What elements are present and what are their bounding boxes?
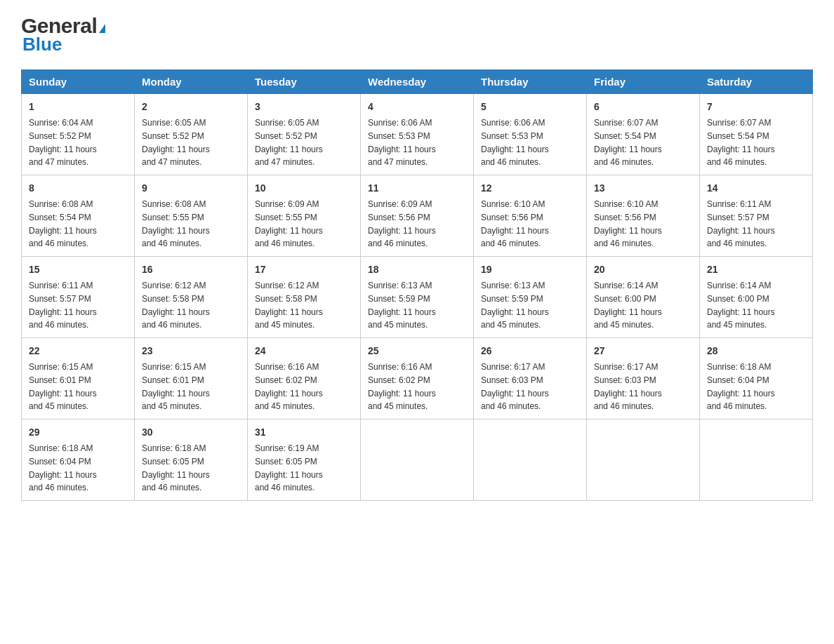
day-info: Sunrise: 6:09 AMSunset: 5:55 PMDaylight:… — [255, 199, 323, 248]
day-info: Sunrise: 6:10 AMSunset: 5:56 PMDaylight:… — [481, 199, 549, 248]
calendar-cell: 10 Sunrise: 6:09 AMSunset: 5:55 PMDaylig… — [248, 175, 361, 257]
calendar-cell: 2 Sunrise: 6:05 AMSunset: 5:52 PMDayligh… — [135, 94, 248, 175]
day-info: Sunrise: 6:07 AMSunset: 5:54 PMDaylight:… — [594, 118, 662, 167]
day-number: 13 — [594, 181, 692, 196]
calendar-cell: 8 Sunrise: 6:08 AMSunset: 5:54 PMDayligh… — [22, 175, 135, 257]
weekday-header-tuesday: Tuesday — [248, 70, 361, 94]
day-info: Sunrise: 6:06 AMSunset: 5:53 PMDaylight:… — [368, 118, 436, 167]
weekday-header-sunday: Sunday — [22, 70, 135, 94]
day-number: 7 — [707, 100, 805, 114]
day-info: Sunrise: 6:13 AMSunset: 5:59 PMDaylight:… — [481, 281, 549, 330]
day-info: Sunrise: 6:12 AMSunset: 5:58 PMDaylight:… — [142, 281, 210, 330]
day-number: 24 — [255, 344, 353, 358]
weekday-header-thursday: Thursday — [474, 70, 587, 94]
calendar-week-row: 15 Sunrise: 6:11 AMSunset: 5:57 PMDaylig… — [22, 257, 813, 338]
day-number: 10 — [255, 181, 353, 196]
day-number: 15 — [29, 262, 127, 277]
calendar-week-row: 22 Sunrise: 6:15 AMSunset: 6:01 PMDaylig… — [22, 338, 813, 420]
calendar-cell: 20 Sunrise: 6:14 AMSunset: 6:00 PMDaylig… — [587, 257, 700, 338]
day-info: Sunrise: 6:18 AMSunset: 6:04 PMDaylight:… — [29, 443, 97, 492]
day-number: 28 — [707, 344, 805, 358]
weekday-header-wednesday: Wednesday — [361, 70, 474, 94]
day-number: 23 — [142, 344, 240, 358]
calendar-table: SundayMondayTuesdayWednesdayThursdayFrid… — [21, 69, 813, 501]
calendar-cell: 3 Sunrise: 6:05 AMSunset: 5:52 PMDayligh… — [248, 94, 361, 175]
logo-blue-text: Blue — [22, 34, 62, 55]
calendar-cell: 18 Sunrise: 6:13 AMSunset: 5:59 PMDaylig… — [361, 257, 474, 338]
calendar-cell: 25 Sunrise: 6:16 AMSunset: 6:02 PMDaylig… — [361, 338, 474, 420]
weekday-header-row: SundayMondayTuesdayWednesdayThursdayFrid… — [22, 70, 813, 94]
day-number: 18 — [368, 262, 466, 277]
calendar-cell: 28 Sunrise: 6:18 AMSunset: 6:04 PMDaylig… — [700, 338, 813, 420]
day-number: 31 — [255, 425, 353, 440]
day-number: 17 — [255, 262, 353, 277]
day-number: 22 — [29, 344, 127, 358]
day-number: 8 — [29, 181, 127, 196]
calendar-cell: 17 Sunrise: 6:12 AMSunset: 5:58 PMDaylig… — [248, 257, 361, 338]
day-info: Sunrise: 6:14 AMSunset: 6:00 PMDaylight:… — [707, 281, 775, 330]
day-info: Sunrise: 6:08 AMSunset: 5:55 PMDaylight:… — [142, 199, 210, 248]
logo: General Blue — [21, 14, 105, 55]
day-number: 1 — [29, 100, 127, 114]
day-info: Sunrise: 6:06 AMSunset: 5:53 PMDaylight:… — [481, 118, 549, 167]
day-info: Sunrise: 6:11 AMSunset: 5:57 PMDaylight:… — [707, 199, 775, 248]
calendar-cell: 9 Sunrise: 6:08 AMSunset: 5:55 PMDayligh… — [135, 175, 248, 257]
calendar-cell: 26 Sunrise: 6:17 AMSunset: 6:03 PMDaylig… — [474, 338, 587, 420]
day-number: 20 — [594, 262, 692, 277]
calendar-cell: 24 Sunrise: 6:16 AMSunset: 6:02 PMDaylig… — [248, 338, 361, 420]
day-info: Sunrise: 6:17 AMSunset: 6:03 PMDaylight:… — [594, 362, 662, 411]
page-header: General Blue — [21, 14, 813, 55]
day-info: Sunrise: 6:15 AMSunset: 6:01 PMDaylight:… — [29, 362, 97, 411]
day-number: 29 — [29, 425, 127, 440]
day-info: Sunrise: 6:17 AMSunset: 6:03 PMDaylight:… — [481, 362, 549, 411]
day-number: 6 — [594, 100, 692, 114]
calendar-cell: 16 Sunrise: 6:12 AMSunset: 5:58 PMDaylig… — [135, 257, 248, 338]
day-info: Sunrise: 6:13 AMSunset: 5:59 PMDaylight:… — [368, 281, 436, 330]
day-info: Sunrise: 6:05 AMSunset: 5:52 PMDaylight:… — [255, 118, 323, 167]
calendar-cell: 30 Sunrise: 6:18 AMSunset: 6:05 PMDaylig… — [135, 420, 248, 501]
day-info: Sunrise: 6:15 AMSunset: 6:01 PMDaylight:… — [142, 362, 210, 411]
calendar-cell: 19 Sunrise: 6:13 AMSunset: 5:59 PMDaylig… — [474, 257, 587, 338]
day-number: 30 — [142, 425, 240, 440]
day-info: Sunrise: 6:11 AMSunset: 5:57 PMDaylight:… — [29, 281, 97, 330]
weekday-header-saturday: Saturday — [700, 70, 813, 94]
day-info: Sunrise: 6:04 AMSunset: 5:52 PMDaylight:… — [29, 118, 97, 167]
day-number: 12 — [481, 181, 579, 196]
logo-blue-row: Blue — [22, 34, 62, 55]
day-number: 2 — [142, 100, 240, 114]
day-number: 11 — [368, 181, 466, 196]
day-number: 3 — [255, 100, 353, 114]
day-number: 14 — [707, 181, 805, 196]
calendar-cell — [587, 420, 700, 501]
day-info: Sunrise: 6:19 AMSunset: 6:05 PMDaylight:… — [255, 443, 323, 492]
weekday-header-friday: Friday — [587, 70, 700, 94]
day-number: 16 — [142, 262, 240, 277]
logo-triangle-icon — [99, 24, 105, 33]
day-info: Sunrise: 6:14 AMSunset: 6:00 PMDaylight:… — [594, 281, 662, 330]
calendar-cell: 12 Sunrise: 6:10 AMSunset: 5:56 PMDaylig… — [474, 175, 587, 257]
day-number: 27 — [594, 344, 692, 358]
day-info: Sunrise: 6:05 AMSunset: 5:52 PMDaylight:… — [142, 118, 210, 167]
calendar-cell: 15 Sunrise: 6:11 AMSunset: 5:57 PMDaylig… — [22, 257, 135, 338]
day-info: Sunrise: 6:10 AMSunset: 5:56 PMDaylight:… — [594, 199, 662, 248]
calendar-week-row: 29 Sunrise: 6:18 AMSunset: 6:04 PMDaylig… — [22, 420, 813, 501]
calendar-cell: 5 Sunrise: 6:06 AMSunset: 5:53 PMDayligh… — [474, 94, 587, 175]
calendar-week-row: 1 Sunrise: 6:04 AMSunset: 5:52 PMDayligh… — [22, 94, 813, 175]
day-info: Sunrise: 6:16 AMSunset: 6:02 PMDaylight:… — [368, 362, 436, 411]
day-info: Sunrise: 6:08 AMSunset: 5:54 PMDaylight:… — [29, 199, 97, 248]
calendar-cell: 21 Sunrise: 6:14 AMSunset: 6:00 PMDaylig… — [700, 257, 813, 338]
calendar-cell: 29 Sunrise: 6:18 AMSunset: 6:04 PMDaylig… — [22, 420, 135, 501]
calendar-cell: 6 Sunrise: 6:07 AMSunset: 5:54 PMDayligh… — [587, 94, 700, 175]
calendar-cell: 7 Sunrise: 6:07 AMSunset: 5:54 PMDayligh… — [700, 94, 813, 175]
calendar-cell — [700, 420, 813, 501]
calendar-cell: 1 Sunrise: 6:04 AMSunset: 5:52 PMDayligh… — [22, 94, 135, 175]
day-info: Sunrise: 6:18 AMSunset: 6:05 PMDaylight:… — [142, 443, 210, 492]
day-info: Sunrise: 6:07 AMSunset: 5:54 PMDaylight:… — [707, 118, 775, 167]
calendar-cell: 27 Sunrise: 6:17 AMSunset: 6:03 PMDaylig… — [587, 338, 700, 420]
calendar-cell: 14 Sunrise: 6:11 AMSunset: 5:57 PMDaylig… — [700, 175, 813, 257]
calendar-cell: 4 Sunrise: 6:06 AMSunset: 5:53 PMDayligh… — [361, 94, 474, 175]
day-number: 4 — [368, 100, 466, 114]
calendar-cell — [361, 420, 474, 501]
calendar-cell: 23 Sunrise: 6:15 AMSunset: 6:01 PMDaylig… — [135, 338, 248, 420]
day-number: 19 — [481, 262, 579, 277]
